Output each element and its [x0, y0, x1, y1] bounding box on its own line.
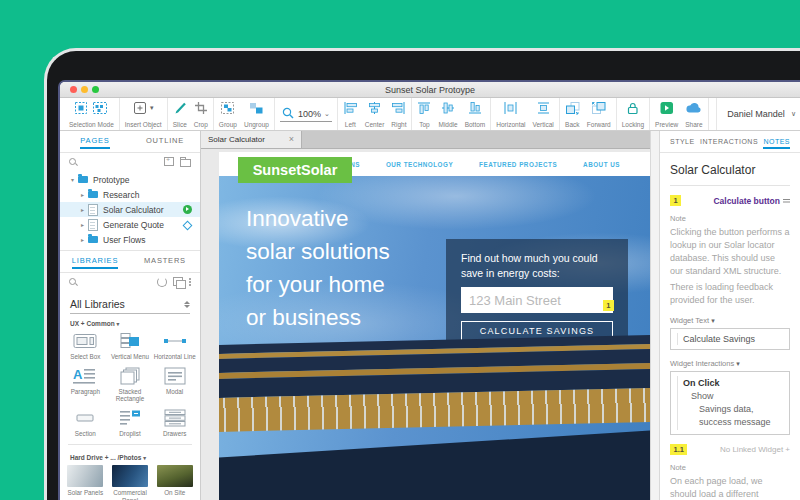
align-bottom-button[interactable]: Bottom — [465, 98, 486, 130]
photo-solar-panels[interactable]: Solar Panels — [63, 465, 108, 500]
note-text: There is loading feedback provided for t… — [670, 281, 790, 307]
widget-text-label[interactable]: Widget Text ▾ — [670, 316, 790, 325]
align-center-button[interactable]: Center — [365, 98, 385, 130]
window-title: Sunset Solar Protoype — [385, 85, 475, 95]
group-button[interactable]: Group — [219, 98, 237, 130]
widget-horizontal-line[interactable]: Horizontal Line — [152, 331, 197, 361]
pages-tree: ▾ Prototype ▸ Research ▸ Solar Calculato… — [60, 170, 200, 250]
no-linked-widget-link[interactable]: No Linked Widget + — [720, 445, 790, 454]
tab-pages[interactable]: PAGES — [60, 131, 130, 152]
tab-outline[interactable]: OUTLINE — [130, 131, 200, 152]
chevron-down-icon: ∨ — [791, 110, 796, 118]
insert-group: ▾ Insert Object — [120, 98, 168, 130]
tab-close-icon[interactable]: × — [289, 135, 294, 144]
maximize-window-icon[interactable] — [92, 86, 99, 93]
expand-arrow-icon[interactable]: ▸ — [81, 191, 88, 198]
kebab-menu-icon[interactable] — [189, 278, 191, 280]
distribute-horizontal-button[interactable]: Horizontal — [496, 98, 525, 130]
expand-arrow-icon[interactable]: ▸ — [81, 236, 88, 243]
note-badge[interactable]: 1.1 — [670, 444, 687, 455]
widget-stacked-rectangle[interactable]: Stacked Rectangle — [108, 366, 153, 403]
chevron-down-icon: ▾ — [116, 321, 119, 327]
diamond-badge — [183, 220, 193, 230]
group-group: Group Ungroup — [214, 98, 275, 130]
site-logo[interactable]: SunsetSolar — [238, 157, 352, 183]
tree-item-prototype[interactable]: ▾ Prototype — [60, 172, 200, 187]
align-top-button[interactable]: Top — [417, 98, 431, 130]
zoom-control[interactable]: 100% ⌄ — [280, 106, 332, 122]
locking-button[interactable]: Locking — [622, 98, 644, 130]
bring-forward-icon — [591, 101, 606, 115]
linked-widget-link[interactable]: Calculate button — [713, 196, 790, 206]
tree-item-solar-calculator[interactable]: ▸ Solar Calculator — [60, 202, 200, 217]
address-input[interactable] — [461, 287, 613, 313]
expand-arrow-icon[interactable]: ▾ — [71, 176, 78, 183]
library-select[interactable]: All Libraries — [70, 295, 190, 314]
photo-on-site[interactable]: On Site — [152, 465, 197, 500]
tab-masters[interactable]: MASTERS — [130, 251, 200, 272]
align-middle-button[interactable]: Middle — [438, 98, 457, 130]
widget-drawers[interactable]: Drawers — [152, 408, 197, 438]
nav-featured-projects[interactable]: FEATURED PROJECTS — [479, 161, 557, 168]
widget-section[interactable]: Section — [63, 408, 108, 438]
add-folder-icon[interactable] — [180, 159, 191, 167]
section-ux-common[interactable]: UX + Common ▾ — [60, 314, 200, 329]
stacked-rectangle-icon — [117, 366, 143, 386]
refresh-icon[interactable] — [157, 277, 167, 287]
widget-vertical-menu[interactable]: Vertical Menu — [108, 331, 153, 361]
search-icon[interactable] — [69, 158, 77, 166]
tab-libraries[interactable]: LIBRARIES — [60, 251, 130, 272]
note-menu-icon[interactable] — [783, 199, 790, 200]
tab-solar-calculator[interactable]: Solar Calculator × — [201, 131, 302, 148]
minimize-window-icon[interactable] — [81, 86, 88, 93]
account-menu[interactable]: Daniel Mandel ∨ — [716, 98, 796, 130]
tab-interactions[interactable]: INTERACTIONS — [700, 131, 758, 152]
section-photos[interactable]: Hard Drive + ... /Photos ▾ — [60, 448, 200, 463]
tree-item-research[interactable]: ▸ Research — [60, 187, 200, 202]
expand-arrow-icon[interactable]: ▸ — [81, 221, 88, 228]
align-left-button[interactable]: Left — [343, 98, 358, 130]
distribute-vertical-button[interactable]: Vertical — [533, 98, 554, 130]
crop-button[interactable]: Crop — [194, 98, 208, 130]
manage-libraries-icon[interactable] — [173, 277, 183, 286]
photo-commercial-panel[interactable]: Commercial Panel — [108, 465, 153, 500]
widget-text-box[interactable]: Calculate Savings — [670, 328, 790, 350]
bring-forward-button[interactable]: Forward — [587, 98, 611, 130]
window-titlebar: Sunset Solar Protoype — [60, 82, 800, 98]
ungroup-button[interactable]: Ungroup — [244, 98, 269, 130]
widget-select-box[interactable]: Select Box — [63, 331, 108, 361]
note-text: On each page load, we should load a diff… — [670, 475, 790, 500]
canvas-area[interactable]: BUSINESS SOLUTIONS OUR TECHNOLOGY FEATUR… — [201, 149, 650, 500]
nav-our-technology[interactable]: OUR TECHNOLOGY — [386, 161, 453, 168]
tab-style[interactable]: STYLE — [670, 131, 695, 152]
widget-droplist[interactable]: Droplist — [108, 408, 153, 438]
send-back-icon — [565, 101, 580, 115]
add-page-icon[interactable] — [164, 157, 174, 166]
widget-interactions-label[interactable]: Widget Interactions ▾ — [670, 359, 790, 368]
tab-notes[interactable]: NOTES — [763, 131, 790, 152]
widget-modal[interactable]: Modal — [152, 366, 197, 403]
chevron-down-icon: ▾ — [736, 360, 740, 367]
tree-item-generate-quote[interactable]: ▸ Generate Quote — [60, 217, 200, 232]
tree-item-user-flows[interactable]: ▸ User Flows — [60, 232, 200, 247]
widget-paragraph[interactable]: A Paragraph — [63, 366, 108, 403]
interaction-event: On Click — [683, 377, 783, 390]
align-right-button[interactable]: Right — [391, 98, 406, 130]
widget-interactions-box[interactable]: On Click Show Savings data, success mess… — [670, 371, 790, 435]
selection-mode-button[interactable]: Selection Mode — [69, 98, 114, 130]
send-back-button[interactable]: Back — [565, 98, 580, 130]
insert-object-button[interactable]: ▾ Insert Object — [125, 98, 162, 130]
note-badge[interactable]: 1 — [670, 195, 681, 206]
expand-arrow-icon[interactable]: ▸ — [81, 206, 88, 213]
inspector-tabs: STYLE INTERACTIONS NOTES — [660, 131, 800, 153]
search-icon[interactable] — [69, 278, 77, 286]
user-name: Daniel Mandel — [727, 109, 785, 119]
close-window-icon[interactable] — [70, 86, 77, 93]
nav-about-us[interactable]: ABOUT US — [583, 161, 620, 168]
slice-button[interactable]: Slice — [173, 98, 187, 130]
preview-button[interactable]: Preview — [655, 98, 678, 130]
share-button[interactable]: Share — [685, 98, 702, 130]
canvas-scrollbar[interactable] — [650, 131, 660, 500]
align-right-icon — [391, 101, 406, 115]
note-badge-1[interactable]: 1 — [603, 300, 614, 311]
